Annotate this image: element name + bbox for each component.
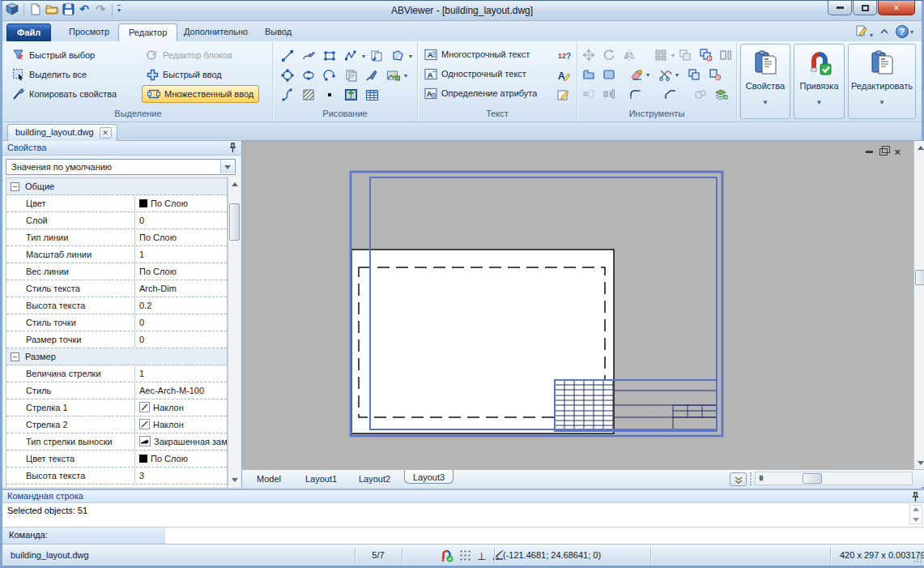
command-input[interactable] bbox=[164, 527, 924, 544]
property-row-color[interactable]: ЦветПо Слою bbox=[6, 195, 227, 212]
rectangle-icon[interactable] bbox=[320, 47, 339, 65]
section-row-dimension[interactable]: –Размер bbox=[6, 348, 227, 365]
scrollbar-thumb[interactable] bbox=[803, 473, 822, 484]
status-sheet-counter[interactable]: 5/7 bbox=[356, 547, 401, 564]
hatch-icon[interactable] bbox=[299, 86, 318, 104]
property-row-linescale[interactable]: Масштаб линии1 bbox=[6, 246, 227, 263]
qat-more-icon[interactable]: ▾ bbox=[117, 5, 121, 14]
tab-editor[interactable]: Редактор bbox=[118, 23, 177, 41]
help-icon[interactable]: ?▾ bbox=[896, 25, 913, 38]
match-icon[interactable] bbox=[691, 85, 710, 103]
close-button[interactable]: × bbox=[878, 1, 915, 15]
maximize-button[interactable] bbox=[853, 1, 877, 15]
section-row-general[interactable]: –Общие bbox=[6, 178, 227, 195]
scale-icon[interactable] bbox=[579, 85, 598, 103]
property-row-arrow1[interactable]: Стрелка 1Наклон bbox=[6, 399, 227, 416]
ellipse-icon[interactable] bbox=[299, 66, 318, 84]
mirror-icon[interactable] bbox=[620, 46, 639, 64]
trim-dropdown-icon[interactable]: ▾ bbox=[675, 71, 679, 79]
scroll-up-icon[interactable] bbox=[915, 142, 924, 153]
property-row-textcolor[interactable]: Цвет текстаПо Слою bbox=[6, 451, 227, 468]
pin-icon[interactable] bbox=[228, 143, 237, 155]
redo-icon[interactable]: ↷ bbox=[94, 2, 107, 15]
trim-icon[interactable] bbox=[655, 66, 675, 83]
explode-icon[interactable] bbox=[716, 46, 735, 64]
scroll-down-icon[interactable] bbox=[229, 474, 240, 485]
erase-dropdown-icon[interactable]: ▾ bbox=[646, 71, 649, 79]
block-editor-button[interactable]: Редактор блоков bbox=[146, 49, 232, 62]
edit-text-icon[interactable] bbox=[554, 86, 573, 104]
property-row-pointstyle[interactable]: Стиль точки0 bbox=[6, 314, 227, 331]
line-icon[interactable] bbox=[278, 47, 297, 65]
save-icon[interactable] bbox=[62, 2, 75, 15]
property-row-dimtextheight[interactable]: Высота текста3 bbox=[6, 468, 227, 485]
singleline-text-button[interactable]: A Однострочный текст bbox=[424, 67, 526, 80]
resize-grip[interactable] bbox=[914, 554, 922, 564]
quick-edit-icon[interactable]: ▾ bbox=[855, 24, 873, 39]
property-row-dimstyle[interactable]: СтильAec-Arch-M-100 bbox=[6, 382, 227, 399]
rotate-icon[interactable] bbox=[599, 46, 619, 64]
multi-input-button[interactable]: Множественный ввод bbox=[142, 85, 259, 103]
property-row-textheight[interactable]: Высота текста0.2 bbox=[6, 297, 227, 314]
property-row-textstyle[interactable]: Стиль текстаArch-Dim bbox=[6, 280, 227, 297]
tab-file[interactable]: Файл bbox=[6, 23, 51, 41]
select-all-button[interactable]: Выделить все bbox=[12, 68, 87, 81]
move-icon[interactable] bbox=[579, 46, 598, 64]
paste-with-basepoint-icon[interactable] bbox=[705, 66, 724, 83]
copy-properties-button[interactable]: Копировать свойства bbox=[12, 88, 117, 100]
property-row-arrow2[interactable]: Стрелка 2Наклон bbox=[6, 416, 227, 433]
text-edit-icon[interactable]: A bbox=[554, 66, 573, 84]
layout-tab-model[interactable]: Model bbox=[252, 473, 286, 485]
multiline-text-button[interactable]: A Многострочный текст bbox=[424, 48, 530, 61]
copy-objects-icon[interactable] bbox=[675, 46, 695, 64]
open-file-icon[interactable] bbox=[45, 2, 58, 15]
tab-view[interactable]: Просмотр bbox=[59, 23, 119, 41]
region-icon[interactable] bbox=[388, 47, 407, 65]
arc-icon[interactable] bbox=[320, 66, 339, 84]
drawing-canvas[interactable]: × bbox=[242, 141, 913, 469]
image-icon[interactable] bbox=[383, 66, 402, 84]
layout-list-chevron-icon[interactable] bbox=[730, 472, 747, 486]
boundary-icon[interactable] bbox=[599, 66, 619, 83]
tab-advanced[interactable]: Дополнительно bbox=[174, 23, 258, 41]
collapse-ribbon-icon[interactable] bbox=[879, 27, 889, 36]
fillet-icon[interactable] bbox=[626, 85, 645, 103]
quick-input-button[interactable]: Быстрый ввод bbox=[146, 68, 222, 81]
canvas-vertical-scrollbar[interactable] bbox=[913, 141, 924, 469]
collapse-icon[interactable]: – bbox=[11, 352, 19, 361]
canvas-horizontal-scrollbar[interactable] bbox=[755, 472, 913, 485]
minimize-button[interactable] bbox=[828, 1, 852, 15]
polyline-dropdown-icon[interactable]: ▾ bbox=[362, 53, 365, 60]
undo-icon[interactable]: ↶ bbox=[78, 2, 91, 15]
document-tab[interactable]: building_layout.dwg ✕ bbox=[7, 124, 117, 141]
erase-icon[interactable] bbox=[626, 66, 645, 83]
point-icon[interactable] bbox=[320, 86, 339, 104]
scroll-up-icon[interactable] bbox=[229, 178, 240, 190]
property-row-pointsize[interactable]: Размер точки0 bbox=[6, 331, 227, 348]
scrollbar-thumb[interactable] bbox=[915, 270, 924, 285]
sketch-icon[interactable] bbox=[299, 47, 318, 65]
property-row-layer[interactable]: Слой0 bbox=[6, 212, 227, 229]
array-icon[interactable] bbox=[651, 46, 671, 64]
insert-block-icon[interactable] bbox=[341, 66, 360, 84]
pedit-icon[interactable] bbox=[579, 66, 598, 83]
chamfer-icon[interactable] bbox=[661, 85, 680, 103]
new-file-icon[interactable] bbox=[29, 2, 42, 15]
layout-tab-layout1[interactable]: Layout1 bbox=[300, 473, 342, 485]
table-icon[interactable] bbox=[362, 86, 381, 104]
picture-icon[interactable] bbox=[341, 86, 360, 104]
property-row-arrowsize[interactable]: Величина стрелки1 bbox=[6, 365, 227, 382]
attribute-definition-button[interactable]: A Определение атрибута bbox=[424, 87, 537, 100]
add-to-layer-icon[interactable] bbox=[711, 85, 730, 103]
property-row-linetype[interactable]: Тип линииПо Слою bbox=[6, 229, 227, 246]
collapse-icon[interactable]: – bbox=[11, 182, 19, 191]
copy-with-basepoint-icon[interactable] bbox=[696, 46, 715, 64]
circle-icon[interactable] bbox=[278, 66, 297, 84]
preset-dropdown[interactable]: Значения по умолчанию bbox=[6, 159, 236, 175]
pin-icon[interactable] bbox=[911, 492, 920, 504]
spin-down-icon[interactable] bbox=[913, 518, 919, 522]
array-dropdown-icon[interactable]: ▾ bbox=[671, 52, 675, 59]
property-row-leaderarrow[interactable]: Тип стрелки выноскиЗакрашенная зам bbox=[6, 433, 227, 451]
ortho-status-icon[interactable]: ⊥ bbox=[477, 550, 486, 562]
property-row-lineweight[interactable]: Вес линииПо Слою bbox=[6, 263, 227, 280]
